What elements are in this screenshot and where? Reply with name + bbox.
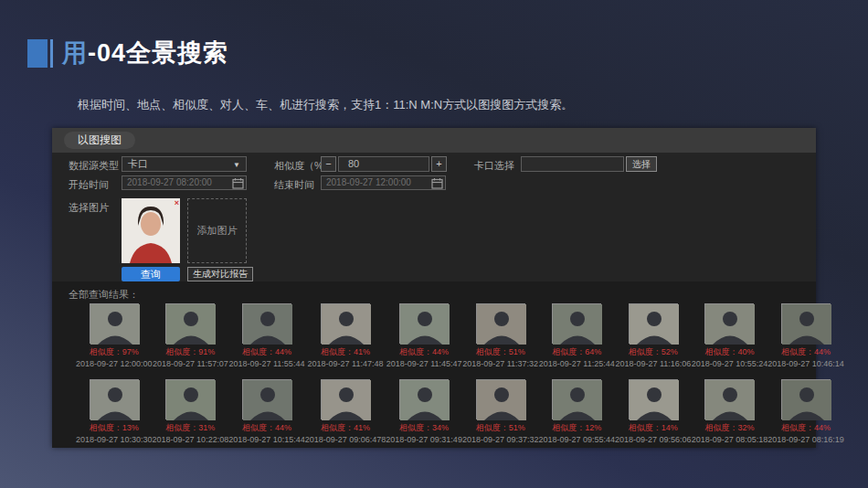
result-photo[interactable] [476, 379, 525, 419]
result-item[interactable]: 相似度：40%2018-09-27 10:55:24 [692, 303, 768, 368]
calendar-icon[interactable] [431, 177, 443, 189]
results-section: 全部查询结果： 相似度：97%2018-09-27 12:00:00相似度：91… [52, 281, 816, 448]
similarity-plus-button[interactable]: + [431, 156, 447, 172]
datasource-select[interactable]: 卡口 ▼ [122, 156, 247, 172]
result-similarity: 相似度：34% [399, 422, 449, 434]
result-item[interactable]: 相似度：44%2018-09-27 11:45:47 [386, 303, 462, 368]
start-time-input[interactable]: 2018-09-27 08:20:00 [122, 175, 247, 190]
page-header: 用-04全景搜索 [27, 37, 228, 69]
result-photo[interactable] [242, 379, 291, 419]
result-photo[interactable] [242, 303, 291, 344]
result-photo[interactable] [165, 379, 215, 419]
query-button[interactable]: 查询 [122, 267, 180, 281]
result-item[interactable]: 相似度：44%2018-09-27 11:55:44 [228, 303, 305, 368]
result-photo[interactable] [90, 379, 139, 419]
result-similarity: 相似度：51% [476, 422, 525, 434]
result-photo[interactable] [629, 379, 678, 419]
result-timestamp: 2018-09-27 11:57:07 [153, 359, 228, 368]
result-photo[interactable] [165, 303, 215, 344]
result-timestamp: 2018-09-27 09:06:478 [305, 435, 386, 444]
result-timestamp: 2018-09-27 11:37:32 [462, 359, 538, 368]
result-item[interactable]: 相似度：31%2018-09-27 10:22:08 [153, 379, 229, 444]
result-item[interactable]: 相似度：97%2018-09-27 12:00:00 [76, 303, 153, 368]
result-timestamp: 2018-09-27 11:55:44 [228, 359, 304, 368]
result-item[interactable]: 相似度：51%2018-09-27 11:37:32 [462, 303, 539, 368]
start-time-label: 开始时间 [69, 178, 109, 192]
result-item[interactable]: 相似度：91%2018-09-27 11:57:07 [153, 303, 229, 368]
result-timestamp: 2018-09-27 11:47:48 [308, 359, 384, 368]
result-photo[interactable] [704, 379, 754, 419]
result-photo[interactable] [781, 303, 831, 344]
result-similarity: 相似度：41% [321, 422, 370, 434]
result-similarity: 相似度：32% [704, 422, 754, 434]
result-photo[interactable] [629, 303, 678, 344]
similarity-minus-button[interactable]: − [321, 156, 336, 172]
result-photo[interactable] [552, 379, 601, 419]
end-time-input[interactable]: 2018-09-27 12:00:00 [321, 175, 446, 190]
result-timestamp: 2018-09-27 09:31:49 [386, 435, 462, 444]
result-photo[interactable] [90, 303, 139, 344]
result-similarity: 相似度：44% [242, 422, 291, 434]
result-similarity: 相似度：97% [90, 346, 139, 358]
panel-header: 以图搜图 [52, 128, 816, 153]
result-item[interactable]: 相似度：41%2018-09-27 11:47:48 [305, 303, 386, 368]
result-photo[interactable] [704, 303, 754, 344]
result-item[interactable]: 相似度：34%2018-09-27 09:31:49 [386, 379, 462, 444]
calendar-icon[interactable] [232, 177, 244, 189]
result-item[interactable]: 相似度：14%2018-09-27 09:56:06 [615, 379, 692, 444]
result-similarity: 相似度：44% [781, 422, 831, 434]
result-photo[interactable] [321, 379, 370, 419]
tab-image-search[interactable]: 以图搜图 [64, 132, 135, 149]
checkpoint-input[interactable] [521, 156, 624, 172]
result-similarity: 相似度：44% [399, 346, 449, 358]
result-item[interactable]: 相似度：44%2018-09-27 10:46:14 [767, 303, 844, 368]
result-photo[interactable] [476, 303, 525, 344]
result-similarity: 相似度：52% [629, 346, 678, 358]
result-similarity: 相似度：41% [321, 346, 370, 358]
datasource-value: 卡口 [128, 158, 148, 169]
result-timestamp: 2018-09-27 11:16:06 [615, 359, 691, 368]
generate-report-button[interactable]: 生成对比报告 [187, 267, 253, 281]
result-timestamp: 2018-09-27 10:15:44 [228, 435, 305, 444]
result-similarity: 相似度：64% [552, 346, 601, 358]
checkpoint-label: 卡口选择 [474, 159, 514, 173]
result-photo[interactable] [321, 303, 370, 344]
result-item[interactable]: 相似度：32%2018-09-27 08:05:18 [692, 379, 768, 444]
result-timestamp: 2018-09-27 09:56:06 [615, 435, 692, 444]
page-description: 根据时间、地点、相似度、对人、车、机进行搜索，支持1：11:N M:N方式以图搜… [78, 97, 573, 113]
result-timestamp: 2018-09-27 10:55:24 [692, 359, 768, 368]
similarity-value-field[interactable]: 80 [338, 156, 429, 172]
checkpoint-select-button[interactable]: 选择 [626, 156, 657, 172]
result-item[interactable]: 相似度：12%2018-09-27 09:55:44 [538, 379, 615, 444]
result-item[interactable]: 相似度：51%2018-09-27 09:37:32 [462, 379, 539, 444]
result-item[interactable]: 相似度：44%2018-09-27 10:15:44 [228, 379, 305, 444]
result-item[interactable]: 相似度：41%2018-09-27 09:06:478 [305, 379, 386, 444]
result-similarity: 相似度：44% [781, 346, 831, 358]
remove-photo-icon[interactable]: × [175, 198, 179, 207]
result-photo[interactable] [399, 303, 449, 344]
result-photo[interactable] [781, 379, 831, 419]
title-marker [27, 39, 48, 68]
query-photo[interactable]: × [122, 198, 180, 263]
result-similarity: 相似度：12% [552, 422, 601, 434]
result-photo[interactable] [399, 379, 449, 419]
result-item[interactable]: 相似度：13%2018-09-27 10:30:30 [76, 379, 153, 444]
result-similarity: 相似度：40% [704, 346, 754, 358]
result-timestamp: 2018-09-27 10:46:14 [767, 359, 844, 368]
result-timestamp: 2018-09-27 11:25:44 [539, 359, 615, 368]
result-photo[interactable] [552, 303, 601, 344]
result-similarity: 相似度：44% [242, 346, 291, 358]
results-grid: 相似度：97%2018-09-27 12:00:00相似度：91%2018-09… [76, 303, 799, 444]
results-header: 全部查询结果： [69, 288, 139, 302]
result-item[interactable]: 相似度：64%2018-09-27 11:25:44 [538, 303, 615, 368]
result-item[interactable]: 相似度：52%2018-09-27 11:16:06 [615, 303, 692, 368]
result-similarity: 相似度：13% [90, 422, 139, 434]
add-image-button[interactable]: 添加图片 [187, 198, 247, 263]
title-marker-bar [50, 39, 53, 68]
result-item[interactable]: 相似度：44%2018-09-27 08:16:19 [767, 379, 844, 444]
search-panel: 以图搜图 数据源类型 卡口 ▼ 相似度（%） − 80 + 卡口选择 选择 开始… [52, 128, 816, 448]
result-similarity: 相似度：31% [165, 422, 215, 434]
result-timestamp: 2018-09-27 10:30:30 [76, 435, 153, 444]
result-timestamp: 2018-09-27 08:05:18 [692, 435, 768, 444]
chevron-down-icon: ▼ [233, 158, 240, 172]
